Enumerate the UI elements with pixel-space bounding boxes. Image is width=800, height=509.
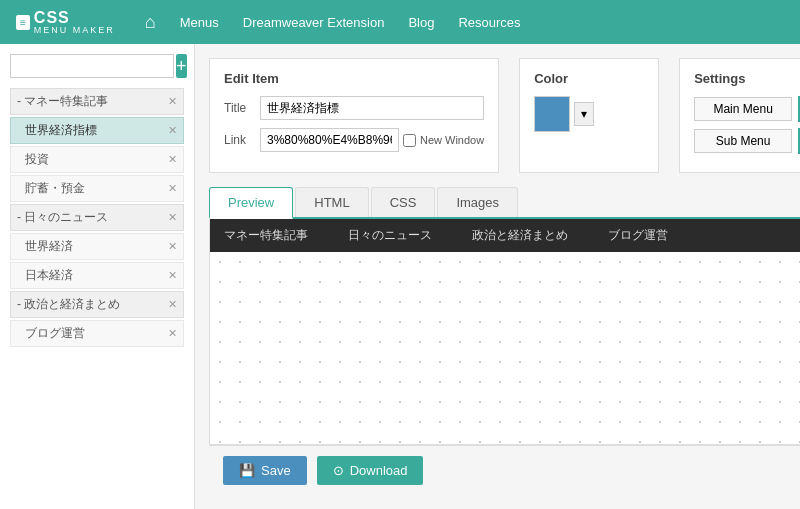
sidebar-item-japan-econ-close[interactable]: ✕ [168, 269, 177, 282]
search-input[interactable] [10, 54, 174, 78]
save-button[interactable]: 💾 Save [223, 456, 307, 485]
main-menu-button[interactable]: Main Menu [694, 97, 792, 121]
color-swatch[interactable] [534, 96, 570, 132]
download-icon: ⊙ [333, 463, 344, 478]
nav-link-blog[interactable]: Blog [408, 15, 434, 30]
sub-menu-button[interactable]: Sub Menu [694, 129, 792, 153]
new-window-checkbox[interactable] [403, 134, 416, 147]
main-container: + - マネー特集記事 ✕ 世界経済指標 ✕ 投資 ✕ 貯蓄・預金 ✕ - 日々… [0, 44, 800, 509]
download-label: Download [350, 463, 408, 478]
sidebar-item-investment-close[interactable]: ✕ [168, 153, 177, 166]
sub-menu-row: Sub Menu ⚙ [694, 128, 800, 154]
preview-menu-item-0[interactable]: マネー特集記事 [224, 227, 308, 244]
sidebar-item-blog[interactable]: ブログ運営 ✕ [10, 320, 184, 347]
link-label: Link [224, 133, 260, 147]
sidebar-item-japan-econ[interactable]: 日本経済 ✕ [10, 262, 184, 289]
settings-section: Settings Main Menu ⚙ Sub Menu ⚙ [679, 58, 800, 173]
sidebar-item-savings[interactable]: 貯蓄・預金 ✕ [10, 175, 184, 202]
download-button[interactable]: ⊙ Download [317, 456, 424, 485]
edit-item-row: Edit Item Title Link New Window Color [209, 58, 800, 173]
settings-title: Settings [694, 71, 800, 86]
sidebar-section-money-close[interactable]: ✕ [168, 95, 177, 108]
sidebar-item-savings-label: 貯蓄・預金 [25, 180, 85, 197]
preview-area: マネー特集記事 日々のニュース 政治と経済まとめ ブログ運営 [209, 219, 800, 445]
nav-link-dreamweaver[interactable]: Dreamweaver Extension [243, 15, 385, 30]
color-dropdown-button[interactable]: ▾ [574, 102, 594, 126]
sidebar-search-row: + [10, 54, 184, 78]
sidebar-section-daily-news-close[interactable]: ✕ [168, 211, 177, 224]
save-label: Save [261, 463, 291, 478]
sidebar-section-money-label: - マネー特集記事 [17, 93, 108, 110]
sidebar-section-politics-close[interactable]: ✕ [168, 298, 177, 311]
color-section: Color ▾ [519, 58, 659, 173]
tab-html[interactable]: HTML [295, 187, 368, 217]
main-menu-row: Main Menu ⚙ [694, 96, 800, 122]
nav-link-menus[interactable]: Menus [180, 15, 219, 30]
logo-icon: ≡ [16, 15, 30, 30]
color-title: Color [534, 71, 644, 86]
sidebar-item-blog-label: ブログ運営 [25, 325, 85, 342]
preview-content [210, 252, 800, 444]
tab-images[interactable]: Images [437, 187, 518, 217]
tabs-row: Preview HTML CSS Images [209, 187, 800, 219]
sidebar-section-politics-label: - 政治と経済まとめ [17, 296, 120, 313]
sidebar-item-world-economy[interactable]: 世界経済指標 ✕ [10, 117, 184, 144]
title-input[interactable] [260, 96, 484, 120]
sidebar-section-politics: - 政治と経済まとめ ✕ [10, 291, 184, 318]
tab-preview[interactable]: Preview [209, 187, 293, 219]
color-swatch-row: ▾ [534, 96, 644, 132]
title-label: Title [224, 101, 260, 115]
add-item-button[interactable]: + [176, 54, 187, 78]
edit-item-section: Edit Item Title Link New Window [209, 58, 499, 173]
link-input[interactable] [260, 128, 399, 152]
sidebar: + - マネー特集記事 ✕ 世界経済指標 ✕ 投資 ✕ 貯蓄・預金 ✕ - 日々… [0, 44, 195, 509]
sidebar-item-world-econ-close[interactable]: ✕ [168, 240, 177, 253]
logo-subtext: MENU MAKER [34, 25, 115, 35]
new-window-label: New Window [420, 134, 484, 146]
sidebar-section-daily-news: - 日々のニュース ✕ [10, 204, 184, 231]
link-row: Link New Window [224, 128, 484, 152]
title-row: Title [224, 96, 484, 120]
sidebar-item-blog-close[interactable]: ✕ [168, 327, 177, 340]
sidebar-section-money: - マネー特集記事 ✕ [10, 88, 184, 115]
preview-menu-bar: マネー特集記事 日々のニュース 政治と経済まとめ ブログ運営 [210, 219, 800, 252]
save-icon: 💾 [239, 463, 255, 478]
nav-link-resources[interactable]: Resources [458, 15, 520, 30]
edit-item-title: Edit Item [224, 71, 484, 86]
sidebar-item-japan-econ-label: 日本経済 [25, 267, 73, 284]
tab-css[interactable]: CSS [371, 187, 436, 217]
top-nav: ≡ CSS MENU MAKER ⌂ Menus Dreamweaver Ext… [0, 0, 800, 44]
sidebar-item-world-econ-label: 世界経済 [25, 238, 73, 255]
preview-menu-item-2[interactable]: 政治と経済まとめ [472, 227, 568, 244]
sidebar-item-investment-label: 投資 [25, 151, 49, 168]
nav-links: Menus Dreamweaver Extension Blog Resourc… [180, 15, 521, 30]
new-window-row: New Window [403, 134, 484, 147]
sidebar-section-daily-news-label: - 日々のニュース [17, 209, 108, 226]
sidebar-item-world-economy-label: 世界経済指標 [25, 122, 97, 139]
home-icon[interactable]: ⌂ [145, 12, 156, 33]
sidebar-item-savings-close[interactable]: ✕ [168, 182, 177, 195]
preview-menu-item-1[interactable]: 日々のニュース [348, 227, 432, 244]
sidebar-item-world-economy-close[interactable]: ✕ [168, 124, 177, 137]
sidebar-item-world-econ[interactable]: 世界経済 ✕ [10, 233, 184, 260]
preview-menu-item-3[interactable]: ブログ運営 [608, 227, 668, 244]
footer-bar: 💾 Save ⊙ Download [209, 445, 800, 495]
logo: ≡ CSS MENU MAKER [16, 9, 115, 35]
right-panel: Edit Item Title Link New Window Color [195, 44, 800, 509]
sidebar-item-investment[interactable]: 投資 ✕ [10, 146, 184, 173]
